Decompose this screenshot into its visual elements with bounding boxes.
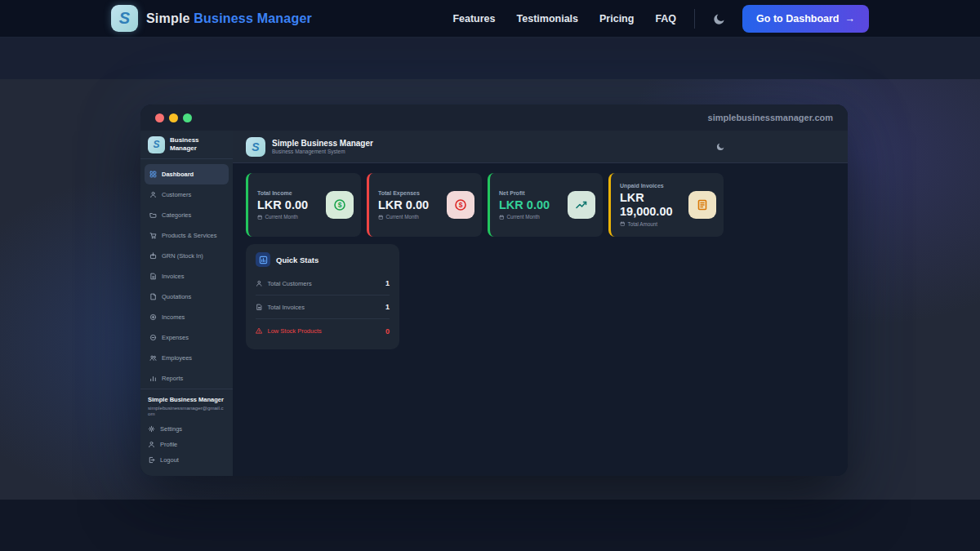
sidebar-item-incomes[interactable]: Incomes	[145, 307, 229, 327]
app-header-subtitle: Business Management System	[272, 149, 373, 154]
sidebar-item-reports[interactable]: Reports	[145, 368, 229, 389]
browser-titlebar: simplebusinessmanager.com	[140, 104, 848, 131]
maximize-window-button[interactable]	[183, 113, 192, 122]
stat-card-label: Total Expenses	[378, 190, 443, 196]
nav-link-pricing[interactable]: Pricing	[599, 13, 634, 24]
stat-card-footer-label: Total Amount	[628, 221, 657, 227]
nav-link-testimonials[interactable]: Testimonials	[517, 13, 578, 24]
quick-stat-value: 1	[385, 303, 390, 311]
sidebar-item-grn-stock-in[interactable]: GRN (Stock In)	[145, 246, 229, 266]
sidebar-item-label: Quotations	[162, 293, 191, 300]
svg-text:$: $	[338, 201, 342, 209]
quick-stat-label: Low Stock Products	[268, 327, 322, 335]
minus-circle-icon	[149, 334, 157, 341]
file-text-icon	[149, 273, 157, 280]
stat-card-footer: Current Month	[378, 214, 443, 220]
quick-stat-label-group: Low Stock Products	[256, 327, 322, 335]
quick-stat-row-total-invoices: Total Invoices1	[256, 295, 390, 319]
cart-icon	[149, 232, 157, 239]
stat-card-footer: Current Month	[257, 214, 323, 220]
app-body: S Business Manager DashboardCustomersCat…	[140, 131, 848, 476]
dollar-circle-icon: $	[454, 198, 467, 211]
app-header-title: Simple Business Manager	[272, 139, 373, 148]
quick-stat-label-group: Total Invoices	[256, 304, 305, 311]
stat-card-value: LKR 0.00	[257, 198, 323, 212]
brand-logo-icon: S	[111, 5, 138, 32]
sidebar-item-dashboard[interactable]: Dashboard	[145, 164, 229, 184]
sidebar-brand-label: Business Manager	[170, 136, 225, 153]
sidebar-footer-item-profile[interactable]: Profile	[148, 437, 225, 452]
stat-card-footer: Current Month	[499, 214, 564, 220]
cta-label: Go to Dashboard	[756, 13, 839, 24]
sidebar-user-email: simplebusinessmanager@gmail.com	[148, 405, 225, 416]
landing-page: S Simple Business Manager FeaturesTestim…	[0, 0, 980, 551]
sidebar-item-label: Reports	[162, 375, 183, 382]
hero-top-band	[0, 38, 980, 79]
sidebar-footer-item-logout[interactable]: Logout	[148, 452, 225, 468]
quick-stat-value: 1	[385, 279, 390, 287]
quick-stats-rows: Total Customers1Total Invoices1Low Stock…	[256, 272, 390, 343]
sidebar-user-name: Simple Business Manager	[148, 396, 225, 403]
quick-stat-label: Total Invoices	[268, 304, 305, 311]
sidebar-item-quotations[interactable]: Quotations	[145, 287, 229, 307]
app-header: S Simple Business Manager Business Manag…	[233, 131, 848, 163]
bar-chart-icon	[149, 375, 157, 382]
sidebar-item-customers[interactable]: Customers	[145, 184, 229, 205]
sidebar-item-invoices[interactable]: Invoices	[145, 266, 229, 287]
user-icon	[148, 441, 155, 448]
gear-icon	[148, 425, 155, 433]
user-icon	[149, 191, 157, 198]
browser-mockup-window: simplebusinessmanager.com S Business Man…	[140, 104, 848, 476]
sidebar-footer-item-settings[interactable]: Settings	[148, 421, 225, 437]
stat-card-iconbox	[688, 191, 716, 219]
quick-stats-panel: Quick Stats Total Customers1Total Invoic…	[246, 244, 399, 349]
quick-stat-row-low-stock-products: Low Stock Products0	[256, 319, 390, 343]
stat-card-iconbox	[568, 191, 595, 219]
stat-card-footer-label: Current Month	[265, 214, 298, 220]
close-window-button[interactable]	[155, 113, 164, 122]
minimize-window-button[interactable]	[169, 113, 178, 122]
go-to-dashboard-button[interactable]: Go to Dashboard →	[742, 5, 869, 33]
plus-circle-icon	[149, 313, 157, 321]
stat-card-total-expenses: Total ExpensesLKR 0.00Current Month$	[367, 173, 482, 237]
nav-link-faq[interactable]: FAQ	[655, 13, 676, 24]
quick-stats-title: Quick Stats	[276, 256, 318, 264]
stat-card-value: LKR 19,000.00	[620, 191, 685, 218]
sidebar-footer: Simple Business Manager simplebusinessma…	[140, 389, 233, 476]
stat-card-text: Net ProfitLKR 0.00Current Month	[499, 190, 564, 220]
stat-card-iconbox: $	[447, 191, 474, 219]
alert-triangle-icon	[256, 327, 263, 335]
navbar-right: FeaturesTestimonialsPricingFAQ Go to Das…	[452, 5, 869, 33]
sidebar-item-label: Incomes	[162, 313, 185, 321]
sidebar-item-label: Employees	[162, 354, 192, 362]
sidebar-item-label: Invoices	[162, 273, 185, 280]
stat-card-footer: Total Amount	[620, 221, 685, 227]
sidebar-item-label: Products & Services	[162, 232, 217, 239]
sidebar-item-employees[interactable]: Employees	[145, 348, 229, 368]
box-in-icon	[149, 252, 157, 260]
stat-card-footer-label: Current Month	[507, 214, 540, 220]
sidebar-item-label: Dashboard	[162, 171, 194, 178]
chart-square-icon	[256, 252, 270, 267]
sidebar-item-products-services[interactable]: Products & Services	[145, 225, 229, 246]
theme-toggle-moon-icon[interactable]	[713, 12, 726, 25]
file-text-icon	[256, 304, 263, 311]
window-controls	[155, 113, 192, 122]
app-theme-toggle-moon-icon[interactable]	[716, 142, 725, 151]
sidebar-item-categories[interactable]: Categories	[145, 205, 229, 225]
nav-link-features[interactable]: Features	[452, 13, 495, 24]
dashboard-content: Total IncomeLKR 0.00Current Month$Total …	[233, 163, 848, 359]
stat-card-value: LKR 0.00	[499, 198, 564, 212]
app-header-logo-icon: S	[246, 137, 265, 157]
quick-stat-value: 0	[385, 327, 390, 335]
sidebar-logo-icon: S	[148, 136, 165, 153]
sidebar-item-expenses[interactable]: Expenses	[145, 327, 229, 348]
stat-card-total-income: Total IncomeLKR 0.00Current Month$	[246, 173, 361, 237]
users-icon	[149, 354, 157, 362]
site-brand[interactable]: S Simple Business Manager	[111, 5, 312, 32]
lower-section	[0, 500, 980, 551]
user-icon	[256, 280, 263, 287]
dollar-circle-icon: $	[333, 198, 346, 211]
stat-card-text: Total ExpensesLKR 0.00Current Month	[378, 190, 443, 220]
app-main: S Simple Business Manager Business Manag…	[233, 131, 848, 476]
